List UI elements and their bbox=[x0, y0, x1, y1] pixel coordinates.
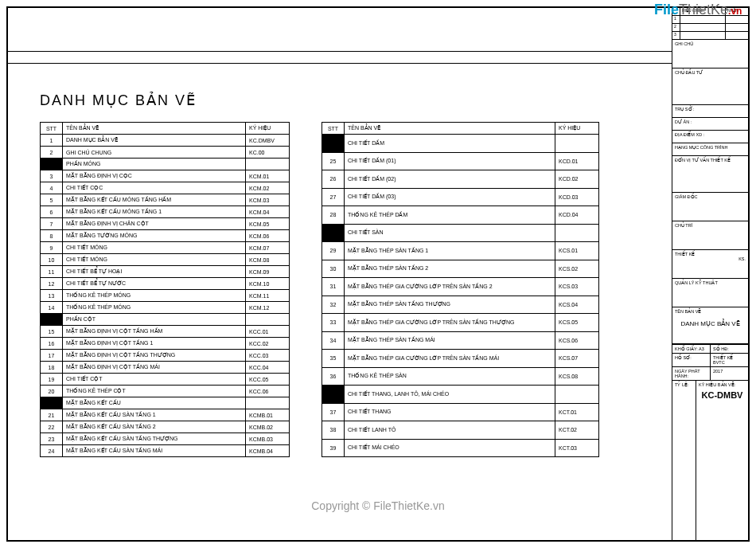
table-row: 38CHI TIẾT LANH TÔKCT.02 bbox=[322, 421, 599, 440]
table-row: 34MẶT BẰNG THÉP SÀN TẦNG MÁIKCS.06 bbox=[322, 331, 599, 350]
col-header-code: KÝ HIỆU bbox=[555, 123, 599, 135]
watermark-logo: FileThietKe.vn bbox=[654, 2, 742, 18]
tb-truso: TRỤ SỞ : bbox=[672, 105, 748, 118]
table-row: 6MẶT BẰNG KẾT CẤU MÓNG TẦNG 1KCM.04 bbox=[41, 206, 290, 218]
col-header-name: TÊN BẢN VẼ bbox=[63, 123, 246, 135]
tb-ghichu: GHI CHÚ bbox=[672, 40, 748, 68]
tb-giamdoc: GIÁM ĐỐC bbox=[672, 193, 748, 221]
tb-tenbanve: TÊN BẢN VẼ DANH MỤC BẢN VẼ bbox=[672, 307, 748, 344]
table-row: 33MẶT BẰNG THÉP GIA CƯỜNG LỚP TRÊN SÀN T… bbox=[322, 314, 599, 332]
title-block: HIỆU CHỈNHNHẬN 1 2 3 GHI CHÚ CHỦ ĐẦU TƯ … bbox=[672, 8, 748, 540]
table-row: 25CHI TIẾT DẦM (01)KCD.01 bbox=[322, 152, 599, 170]
table-row: 15MẶT BẰNG ĐỊNH VỊ CỘT TẦNG HẦMKCC.01 bbox=[41, 326, 290, 338]
tb-diadiem: ĐỊA ĐIỂM XD : bbox=[672, 131, 748, 143]
table-row: 31MẶT BẰNG THÉP GIA CƯỜNG LỚP TRÊN SÀN T… bbox=[322, 278, 599, 296]
table-row: 1DANH MỤC BẢN VẼKC.DMBV bbox=[41, 135, 290, 147]
table-section-row: PHẦN MÓNG bbox=[41, 159, 290, 170]
tb-duan: DỰ ÁN : bbox=[672, 118, 748, 131]
table-row: 7MẶT BẰNG ĐỊNH VỊ CHÂN CỘTKCM.05 bbox=[41, 218, 290, 230]
table-row: 5MẶT BẰNG KẾT CẤU MÓNG TẦNG HẦMKCM.03 bbox=[41, 194, 290, 206]
table-row: 17MẶT BẰNG ĐỊNH VỊ CỘT TẦNG THƯỢNGKCC.03 bbox=[41, 350, 290, 362]
table-row: 14THỐNG KÊ THÉP MÓNGKCM.12 bbox=[41, 302, 290, 314]
table-section-row: MẶT BẰNG KẾT CẤU bbox=[41, 397, 290, 409]
table-row: 12CHI TIẾT BỂ TỰ NƯỚCKCM.10 bbox=[41, 278, 290, 290]
table-row: 20THỐNG KÊ THÉP CỘTKCC.06 bbox=[41, 386, 290, 397]
table-section-row: PHẦN CỘT bbox=[41, 314, 290, 326]
table-row: 37CHI TIẾT THANGKCT.01 bbox=[322, 403, 599, 421]
table-row: 29MẶT BẰNG THÉP SÀN TẦNG 1KCS.01 bbox=[322, 242, 599, 260]
main-area: DANH MỤC BẢN VẼ STT TÊN BẢN VẼ KÝ HIỆU 1… bbox=[8, 8, 672, 540]
tb-row-khogiay: KHỔ GIẤY: A3SỐ HĐ: bbox=[672, 344, 748, 353]
drawing-index-table-1: STT TÊN BẢN VẼ KÝ HIỆU 1DANH MỤC BẢN VẼK… bbox=[40, 122, 290, 457]
tb-cdt: CHỦ ĐẦU TƯ bbox=[672, 68, 748, 105]
table-row: 39CHI TIẾT MÁI CHÉOKCT.03 bbox=[322, 439, 599, 457]
table-row: 18MẶT BẰNG ĐỊNH VỊ CỘT TẦNG MÁIKCC.04 bbox=[41, 362, 290, 374]
table-section-row: CHI TIẾT SÀN bbox=[322, 224, 599, 242]
col-header-stt: STT bbox=[41, 123, 63, 135]
table-row: 32MẶT BẰNG THÉP SÀN TẦNG THƯỢNGKCS.04 bbox=[322, 296, 599, 314]
col-header-name: TÊN BẢN VẼ bbox=[345, 123, 555, 135]
table-row: 28THỐNG KÊ THÉP DẦMKCD.04 bbox=[322, 206, 599, 225]
tb-row-tyle: TỶ LỆ: KÝ HIỆU BẢN VẼ: KC-DMBV bbox=[672, 380, 748, 540]
table-row: 3MẶT BẰNG ĐỊNH VỊ CỌCKCM.01 bbox=[41, 170, 290, 182]
tb-row-hoso: HỒ SƠ:THIẾT KẾ BVTC bbox=[672, 353, 748, 366]
table-row: 4CHI TIẾT CỌCKCM.02 bbox=[41, 182, 290, 194]
table-row: 23MẶT BẰNG KẾT CẤU SÀN TẦNG THƯỢNGKCMB.0… bbox=[41, 433, 290, 445]
table-section-row: CHI TIẾT THANG, LANH TÔ, MÁI CHÉO bbox=[322, 386, 599, 404]
table-row: 2GHI CHÚ CHUNGKC.00 bbox=[41, 147, 290, 159]
tb-chutri: CHỦ TRÌ bbox=[672, 221, 748, 250]
table-section-row: CHI TIẾT DẦM bbox=[322, 135, 599, 153]
table-row: 24MẶT BẰNG KẾT CẤU SÀN TẦNG MÁIKCMB.04 bbox=[41, 445, 290, 457]
table-row: 19CHI TIẾT CỘTKCC.05 bbox=[41, 374, 290, 386]
table-row: 27CHI TIẾT DẦM (03)KCD.03 bbox=[322, 188, 599, 206]
tb-thietke: THIẾT KẾKS. bbox=[672, 250, 748, 279]
table-row: 35MẶT BẰNG THÉP GIA CƯỜNG LỚP TRÊN SÀN T… bbox=[322, 350, 599, 368]
table-row: 30MẶT BẰNG THÉP SÀN TẦNG 2KCS.02 bbox=[322, 260, 599, 278]
drawing-index-table-2: STT TÊN BẢN VẼ KÝ HIỆU CHI TIẾT DẦM25CHI… bbox=[321, 122, 599, 457]
tb-row-ngay: NGÀY PHÁT HÀNH:2017 bbox=[672, 366, 748, 380]
table-row: 36THỐNG KÊ THÉP SÀNKCS.08 bbox=[322, 367, 599, 386]
table-row: 16MẶT BẰNG ĐỊNH VỊ CỘT TẦNG 1KCC.02 bbox=[41, 338, 290, 350]
drawing-sheet: DANH MỤC BẢN VẼ STT TÊN BẢN VẼ KÝ HIỆU 1… bbox=[6, 6, 750, 542]
col-header-code: KÝ HIỆU bbox=[246, 123, 290, 135]
table-row: 10CHI TIẾT MÓNGKCM.08 bbox=[41, 254, 290, 266]
sheet-code: KC-DMBV bbox=[699, 390, 746, 400]
page-title: DANH MỤC BẢN VẼ bbox=[40, 92, 656, 109]
table-row: 9CHI TIẾT MÓNGKCM.07 bbox=[41, 242, 290, 254]
table-row: 21MẶT BẰNG KẾT CẤU SÀN TẦNG 1KCMB.01 bbox=[41, 409, 290, 421]
table-row: 8MẶT BẰNG TƯỜNG MÓNGKCM.06 bbox=[41, 230, 290, 242]
table-row: 22MẶT BẰNG KẾT CẤU SÀN TẦNG 2KCMB.02 bbox=[41, 421, 290, 433]
table-row: 13THỐNG KÊ THÉP MÓNGKCM.11 bbox=[41, 290, 290, 302]
table-row: 26CHI TIẾT DẦM (02)KCD.02 bbox=[322, 170, 599, 189]
tb-qlkt: QUẢN LÝ KỸ THUẬT bbox=[672, 279, 748, 307]
table-row: 11CHI TIẾT BỂ TỰ HOẠIKCM.09 bbox=[41, 266, 290, 278]
tb-hangmuc: HẠNG MỤC CÔNG TRÌNH bbox=[672, 143, 748, 156]
col-header-stt: STT bbox=[322, 123, 345, 135]
tb-dvtv: ĐƠN VỊ TƯ VẤN THIẾT KẾ bbox=[672, 156, 748, 193]
